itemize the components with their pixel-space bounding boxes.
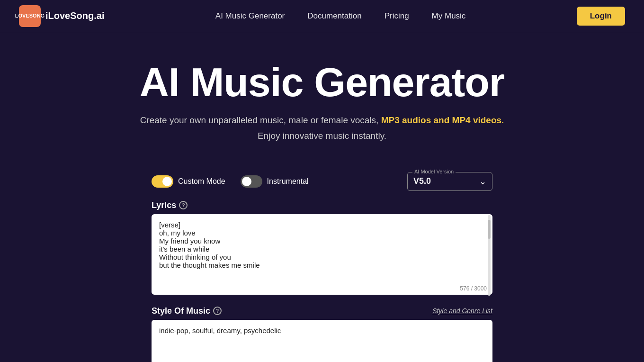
nav-pricing[interactable]: Pricing <box>385 11 409 20</box>
login-button[interactable]: Login <box>577 7 625 26</box>
style-label: Style Of Music ? <box>152 306 222 316</box>
hero-subtitle: Create your own unparalleled music, male… <box>19 113 625 144</box>
subtitle-plain: Create your own unparalleled music, male… <box>140 115 379 125</box>
subtitle-highlight: MP3 audios and MP4 videos. <box>381 115 504 125</box>
nav-my-music[interactable]: My Music <box>432 11 466 20</box>
toggles-group: Custom Mode Instrumental <box>152 175 309 188</box>
lyrics-section: Lyrics ? 576 / 3000 <box>152 200 492 297</box>
nav-ai-music-generator[interactable]: AI Music Generator <box>215 11 285 20</box>
chevron-down-icon: ⌄ <box>479 176 486 187</box>
lyrics-field-wrapper: 576 / 3000 <box>152 214 492 297</box>
model-select-inner: V5.0 ⌄ <box>413 176 486 187</box>
style-help-icon[interactable]: ? <box>213 307 222 315</box>
nav-links: AI Music Generator Documentation Pricing… <box>215 11 466 21</box>
style-genre-list-link[interactable]: Style and Genre List <box>432 307 492 315</box>
instrumental-label: Instrumental <box>267 177 309 186</box>
style-section: Style Of Music ? Style and Genre List Us… <box>152 306 492 362</box>
subtitle-line2: Enjoy innovative music instantly. <box>258 131 386 141</box>
custom-mode-toggle-item: Custom Mode <box>152 175 225 188</box>
custom-mode-label: Custom Mode <box>178 177 225 186</box>
lyrics-section-header: Lyrics ? <box>152 200 492 210</box>
lyrics-scrollbar[interactable] <box>487 215 492 296</box>
hero-title: AI Music Generator <box>19 61 625 103</box>
instrumental-toggle-item: Instrumental <box>241 175 309 188</box>
custom-mode-toggle[interactable] <box>152 175 173 188</box>
brand-name: iLoveSong.ai <box>45 10 104 21</box>
navigation: LOVE SONG iLoveSong.ai AI Music Generato… <box>0 0 644 32</box>
controls-row: Custom Mode Instrumental AI Model Versio… <box>152 172 492 191</box>
nav-documentation[interactable]: Documentation <box>307 11 361 20</box>
logo-icon: LOVE SONG <box>19 5 41 27</box>
hero-section: AI Music Generator Create your own unpar… <box>0 32 644 163</box>
instrumental-toggle[interactable] <box>241 175 262 188</box>
logo-link[interactable]: LOVE SONG iLoveSong.ai <box>19 5 104 27</box>
model-select-wrapper[interactable]: AI Model Version V5.0 ⌄ <box>407 172 492 191</box>
model-select-label: AI Model Version <box>412 169 456 174</box>
model-value: V5.0 <box>413 176 431 186</box>
lyrics-help-icon[interactable]: ? <box>179 201 188 209</box>
style-section-header: Style Of Music ? Style and Genre List <box>152 306 492 316</box>
lyrics-label: Lyrics ? <box>152 200 188 210</box>
form-area: Custom Mode Instrumental AI Model Versio… <box>133 163 511 362</box>
style-field-wrapper: Use Random Style 39 / 100 <box>152 320 492 362</box>
style-textarea[interactable] <box>152 320 492 362</box>
lyrics-textarea[interactable] <box>152 214 492 295</box>
